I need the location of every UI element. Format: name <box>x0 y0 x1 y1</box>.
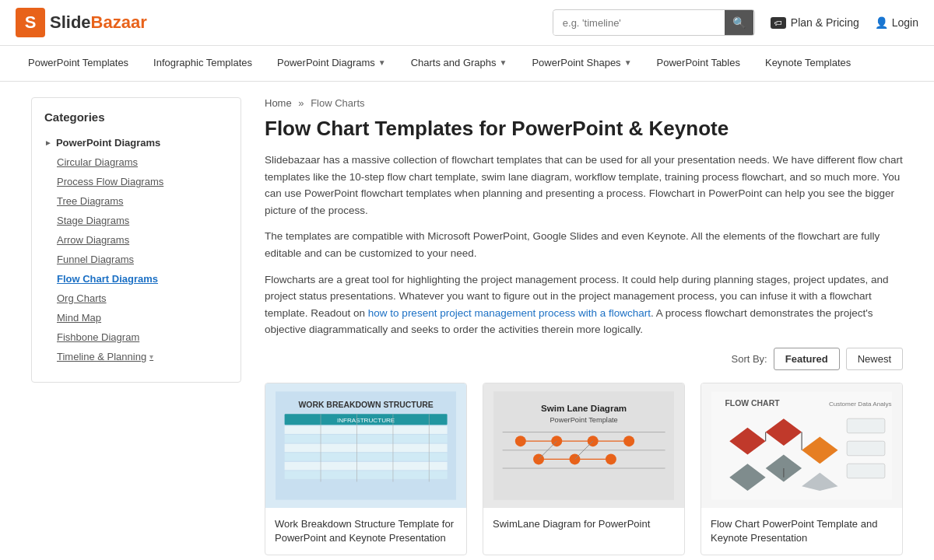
sort-newest-button[interactable]: Newest <box>846 348 903 370</box>
svg-rect-48 <box>847 464 885 478</box>
cards-grid: WORK BREAKDOWN STRUCTURE INFRASTRUCTURE <box>265 383 903 555</box>
sidebar-item-mind-map[interactable]: Mind Map <box>57 308 228 327</box>
chevron-down-icon: ▼ <box>624 58 632 67</box>
card-3-image: FLOW CHART Customer Data Analysis <box>701 383 902 508</box>
sidebar-item-fishbone-diagram[interactable]: Fishbone Diagram <box>57 327 228 347</box>
nav-item-keynote-templates[interactable]: Keynote Templates <box>753 46 863 81</box>
card-1-preview-svg: WORK BREAKDOWN STRUCTURE INFRASTRUCTURE <box>276 390 456 502</box>
card-3-title: Flow Chart PowerPoint Template and Keyno… <box>711 517 893 545</box>
svg-rect-46 <box>847 418 885 433</box>
sidebar: Categories ► PowerPoint Diagrams Circula… <box>31 97 241 383</box>
main-nav: PowerPoint Templates Infographic Templat… <box>0 46 934 82</box>
logo-text: SlideBazaar <box>50 12 147 33</box>
sidebar-item-process-flow-diagrams[interactable]: Process Flow Diagrams <box>57 172 228 191</box>
card-2-title: SwimLane Diagram for PowerPoint <box>493 517 675 531</box>
sidebar-item-timeline-planning[interactable]: Timeline & Planning ▾ <box>57 347 228 366</box>
svg-rect-8 <box>285 462 448 470</box>
user-icon: 👤 <box>875 16 888 29</box>
svg-rect-7 <box>285 453 448 460</box>
plan-pricing-label: Plan & Pricing <box>791 16 859 29</box>
tag-icon: 🏷 <box>771 17 786 29</box>
card-2-preview-svg: Swim Lane Diagram PowerPoint Template <box>493 390 674 502</box>
nav-item-charts-and-graphs[interactable]: Charts and Graphs ▼ <box>399 46 520 81</box>
svg-rect-4 <box>285 425 448 433</box>
page-title: Flow Chart Templates for PowerPoint & Ke… <box>265 117 903 141</box>
nav-item-powerpoint-tables[interactable]: PowerPoint Tables <box>644 46 753 81</box>
chevron-down-icon: ▼ <box>500 58 507 67</box>
breadcrumb: Home » Flow Charts <box>265 97 903 109</box>
sidebar-item-circular-diagrams[interactable]: Circular Diagrams <box>57 152 228 172</box>
svg-rect-5 <box>285 435 448 443</box>
card-1-body: Work Breakdown Structure Template for Po… <box>265 508 466 555</box>
search-button[interactable]: 🔍 <box>725 10 753 35</box>
site-header: S SlideBazaar 🔍 🏷 Plan & Pricing 👤 Login <box>0 0 934 46</box>
login-label: Login <box>892 16 918 29</box>
flowchart-link[interactable]: how to present project management proces… <box>368 307 651 319</box>
svg-rect-9 <box>285 471 448 478</box>
search-input[interactable] <box>553 11 725 35</box>
page-content: Home » Flow Charts Flow Chart Templates … <box>265 97 903 555</box>
search-bar: 🔍 <box>553 9 755 36</box>
nav-item-infographic-templates[interactable]: Infographic Templates <box>141 46 265 81</box>
main-content: Categories ► PowerPoint Diagrams Circula… <box>16 82 918 560</box>
svg-text:WORK BREAKDOWN STRUCTURE: WORK BREAKDOWN STRUCTURE <box>298 401 433 409</box>
description-3: Flowcharts are a great tool for highligh… <box>265 271 903 338</box>
logo-link[interactable]: S SlideBazaar <box>16 8 147 37</box>
svg-text:PowerPoint Template: PowerPoint Template <box>550 416 617 424</box>
nav-item-powerpoint-shapes[interactable]: PowerPoint Shapes ▼ <box>519 46 644 81</box>
sort-featured-button[interactable]: Featured <box>774 348 840 370</box>
header-actions: 🏷 Plan & Pricing 👤 Login <box>771 16 918 29</box>
svg-text:INFRASTRUCTURE: INFRASTRUCTURE <box>337 417 395 424</box>
sort-label: Sort By: <box>731 353 767 365</box>
chevron-down-icon: ▾ <box>149 352 153 361</box>
nav-item-powerpoint-templates[interactable]: PowerPoint Templates <box>16 46 141 81</box>
svg-text:Swim Lane Diagram: Swim Lane Diagram <box>541 403 627 413</box>
svg-text:Customer Data Analysis: Customer Data Analysis <box>829 401 892 408</box>
card-2[interactable]: Swim Lane Diagram PowerPoint Template <box>483 383 685 555</box>
card-1-image: WORK BREAKDOWN STRUCTURE INFRASTRUCTURE <box>265 383 466 508</box>
description-2: The templates are compatible with Micros… <box>265 228 903 261</box>
sidebar-section-header[interactable]: ► PowerPoint Diagrams <box>44 133 228 152</box>
sidebar-item-funnel-diagrams[interactable]: Funnel Diagrams <box>57 250 228 269</box>
sidebar-items-list: Circular Diagrams Process Flow Diagrams … <box>44 152 228 366</box>
card-2-image: Swim Lane Diagram PowerPoint Template <box>483 383 684 508</box>
card-1[interactable]: WORK BREAKDOWN STRUCTURE INFRASTRUCTURE <box>265 383 467 555</box>
sort-bar: Sort By: Featured Newest <box>265 348 903 370</box>
sidebar-item-arrow-diagrams[interactable]: Arrow Diagrams <box>57 230 228 250</box>
sidebar-title: Categories <box>44 110 228 124</box>
nav-item-powerpoint-diagrams[interactable]: PowerPoint Diagrams ▼ <box>265 46 399 81</box>
breadcrumb-home[interactable]: Home <box>265 97 292 109</box>
card-3[interactable]: FLOW CHART Customer Data Analysis <box>700 383 903 555</box>
chevron-down-icon: ▼ <box>378 58 386 67</box>
plan-pricing-link[interactable]: 🏷 Plan & Pricing <box>771 16 859 29</box>
svg-text:FLOW CHART: FLOW CHART <box>725 399 780 408</box>
login-link[interactable]: 👤 Login <box>875 16 918 29</box>
sidebar-section-powerpoint-diagrams: ► PowerPoint Diagrams Circular Diagrams … <box>44 133 228 366</box>
sidebar-item-stage-diagrams[interactable]: Stage Diagrams <box>57 211 228 230</box>
svg-rect-47 <box>847 441 885 456</box>
description-1: Slidebazaar has a massive collection of … <box>265 152 903 219</box>
breadcrumb-separator: » <box>298 97 304 109</box>
card-3-body: Flow Chart PowerPoint Template and Keyno… <box>701 508 902 555</box>
logo-icon: S <box>16 8 45 37</box>
sidebar-item-tree-diagrams[interactable]: Tree Diagrams <box>57 191 228 211</box>
sidebar-item-flow-chart-diagrams[interactable]: Flow Chart Diagrams <box>57 269 228 289</box>
card-1-title: Work Breakdown Structure Template for Po… <box>275 517 457 545</box>
breadcrumb-current: Flow Charts <box>311 97 364 109</box>
svg-rect-6 <box>285 444 448 452</box>
card-2-body: SwimLane Diagram for PowerPoint <box>483 508 684 541</box>
chevron-right-icon: ► <box>44 138 52 147</box>
card-3-preview-svg: FLOW CHART Customer Data Analysis <box>711 390 892 502</box>
sidebar-item-org-charts[interactable]: Org Charts <box>57 289 228 308</box>
